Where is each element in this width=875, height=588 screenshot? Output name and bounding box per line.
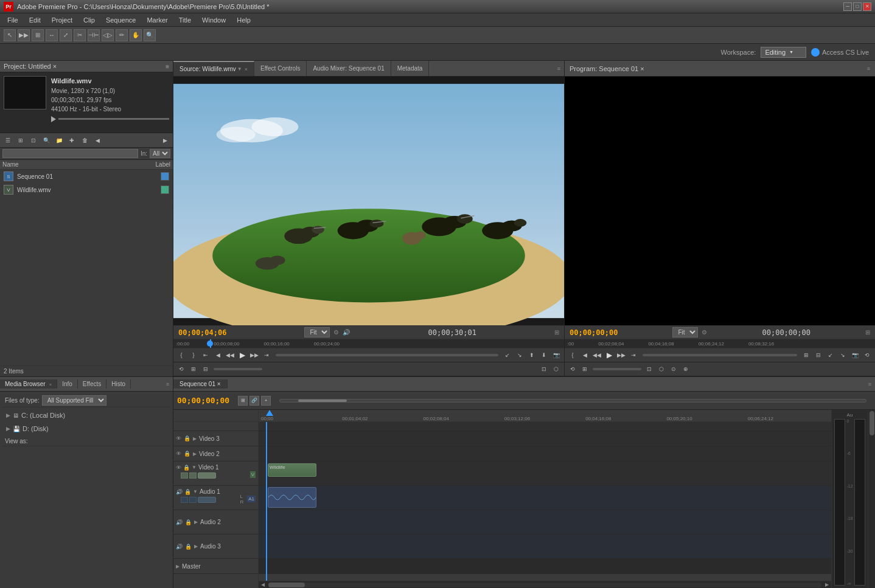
source-btn-extra2[interactable]: ⬡ <box>551 364 562 375</box>
video1-track-row[interactable]: Wildlife <box>259 462 831 486</box>
menu-project[interactable]: Project <box>47 15 77 25</box>
tab-audio-mixer[interactable]: Audio Mixer: Sequence 01 <box>307 61 391 76</box>
video3-eye-icon[interactable]: 👁 <box>176 435 181 441</box>
project-panel-menu[interactable]: ≡ <box>166 63 169 70</box>
video3-track-row[interactable] <box>259 431 831 446</box>
prog-btn4[interactable]: ↘ <box>837 350 848 361</box>
source-wrench-icon[interactable]: ⊞ <box>554 329 559 336</box>
pen-tool[interactable]: ✏ <box>116 29 128 41</box>
video2-track-row[interactable] <box>259 446 831 462</box>
source-tab-close[interactable]: × <box>245 66 248 72</box>
sequence-current-time[interactable]: 00;00;00;00 <box>177 396 229 405</box>
slip-tool[interactable]: ⊣⊢ <box>88 29 100 41</box>
sequence-menu[interactable]: ≡ <box>865 381 875 387</box>
menu-window[interactable]: Window <box>197 15 231 25</box>
audio1-mute-icon[interactable]: 🔊 <box>176 489 183 495</box>
timeline-zoom-bar[interactable] <box>279 399 866 403</box>
project-freeform-view[interactable]: ⊡ <box>28 135 39 146</box>
video2-lock-icon[interactable]: 🔒 <box>184 451 190 457</box>
audio3-track-row[interactable] <box>259 534 831 559</box>
menu-title[interactable]: Title <box>174 15 196 25</box>
ripple-tool[interactable]: ⊞ <box>32 29 44 41</box>
video2-eye-icon[interactable]: 👁 <box>176 451 181 457</box>
prog-btn2[interactable]: ⊟ <box>813 350 824 361</box>
source-settings-icon[interactable]: ⚙ <box>333 329 339 336</box>
audio1-btn2[interactable] <box>189 497 197 503</box>
timeline-snap-icon[interactable]: ⊞ <box>238 396 248 406</box>
menu-edit[interactable]: Edit <box>24 15 46 25</box>
audio3-mute-icon[interactable]: 🔊 <box>176 544 183 550</box>
mark-in-button[interactable]: { <box>176 350 187 361</box>
prog-step-fwd[interactable]: ▶▶ <box>616 350 627 361</box>
project-zoom[interactable]: 🔍 <box>41 135 52 146</box>
source-fit-dropdown[interactable]: Fit <box>304 327 330 337</box>
source-btn-extra1[interactable]: ⊡ <box>539 364 549 375</box>
prog-step-back[interactable]: ◀ <box>579 350 590 361</box>
timeline-link-icon[interactable]: 🔗 <box>249 396 259 406</box>
workspace-dropdown[interactable]: Editing <box>761 47 806 58</box>
video1-btn2[interactable] <box>189 472 197 479</box>
audio1-expand-icon[interactable]: ▼ <box>193 489 198 494</box>
source-current-time[interactable]: 00;00;04;06 <box>178 328 226 337</box>
prog-btn5[interactable]: 📷 <box>849 350 860 361</box>
project-panel-menu2[interactable]: ▶ <box>159 135 170 146</box>
project-new-folder[interactable]: 📁 <box>54 135 64 146</box>
prog-btn1[interactable]: ⊞ <box>801 350 812 361</box>
scroll-left-btn[interactable]: ◀ <box>259 582 267 587</box>
audio2-lock-icon[interactable]: 🔒 <box>185 519 192 525</box>
project-prev[interactable]: ◀ <box>92 135 103 146</box>
files-of-type-dropdown[interactable]: All Supported Fill <box>42 395 106 406</box>
project-search-input[interactable] <box>2 149 138 158</box>
source-monitor-menu[interactable]: ≡ <box>554 66 564 72</box>
loop-btn[interactable]: ⟲ <box>176 364 187 375</box>
menu-help[interactable]: Help <box>232 15 256 25</box>
tab-media-browser[interactable]: Media Browser × <box>0 379 57 389</box>
scroll-right-btn[interactable]: ▶ <box>823 582 831 587</box>
list-item[interactable]: S Sequence 01 <box>0 170 173 183</box>
audio2-track-row[interactable] <box>259 510 831 534</box>
prog-mark-in[interactable]: { <box>567 350 578 361</box>
tab-effect-controls[interactable]: Effect Controls <box>254 61 307 76</box>
audio2-mute-icon[interactable]: 🔊 <box>176 519 183 525</box>
source-audio-icon[interactable]: 🔊 <box>343 329 350 336</box>
video1-eye-icon[interactable]: 👁 <box>176 465 181 471</box>
maximize-button[interactable]: □ <box>853 2 862 11</box>
video2-expand-icon[interactable]: ▶ <box>193 451 197 457</box>
slide-tool[interactable]: ◁▷ <box>102 29 114 41</box>
video1-expand-icon[interactable]: ▼ <box>192 465 197 470</box>
drive-d-item[interactable]: ▶ 💾 D: (Disk) <box>2 423 170 434</box>
scroll-thumb[interactable] <box>268 583 305 587</box>
step-forward-button[interactable]: ▶▶ <box>249 350 260 361</box>
left-panels-menu[interactable]: ≡ <box>162 381 173 387</box>
step-back-button[interactable]: ◀ <box>212 350 223 361</box>
prog-play[interactable]: ▶ <box>604 350 615 361</box>
prog-extra2[interactable]: ⬡ <box>656 364 667 375</box>
prog-audio-slider[interactable] <box>593 368 641 370</box>
audio3-expand-icon[interactable]: ▶ <box>194 544 198 549</box>
program-wrench-icon[interactable]: ⊞ <box>865 329 870 336</box>
extract-button[interactable]: ⬇ <box>539 350 549 361</box>
project-new-item[interactable]: ✚ <box>66 135 77 146</box>
source-timeline-scrubber[interactable]: :00;00 00;00;08;00 00;00;16;00 00;00;24;… <box>173 339 564 348</box>
export-frame-button[interactable]: 📷 <box>551 350 562 361</box>
prog-extra3[interactable]: ⊙ <box>668 364 679 375</box>
tab-source[interactable]: Source: Wildlife.wmv ▼ × <box>173 61 254 76</box>
video3-expand-icon[interactable]: ▶ <box>193 436 197 441</box>
drive-c-item[interactable]: ▶ 🖥 C: (Local Disk) <box>2 410 170 421</box>
audio1-btn1[interactable] <box>181 497 188 503</box>
selection-tool[interactable]: ↖ <box>4 29 16 41</box>
tab-metadata[interactable]: Metadata <box>391 61 430 76</box>
scroll-track[interactable] <box>268 583 821 587</box>
track-select-tool[interactable]: ▶▶ <box>18 29 30 41</box>
close-button[interactable]: ✕ <box>863 2 871 11</box>
step-back1-button[interactable]: ◀◀ <box>225 350 235 361</box>
timeline-v-scrollbar[interactable] <box>868 410 875 588</box>
list-item[interactable]: V Wildlife.wmv <box>0 183 173 196</box>
in-dropdown[interactable]: All <box>150 149 170 158</box>
access-cs-live[interactable]: Access CS Live <box>811 48 869 57</box>
overwrite-button[interactable]: ↘ <box>514 350 525 361</box>
prog-extra1[interactable]: ⊡ <box>644 364 655 375</box>
prog-step-back1[interactable]: ◀◀ <box>591 350 602 361</box>
video1-lock-icon[interactable]: 🔒 <box>183 465 190 471</box>
play-button[interactable]: ▶ <box>237 350 248 361</box>
